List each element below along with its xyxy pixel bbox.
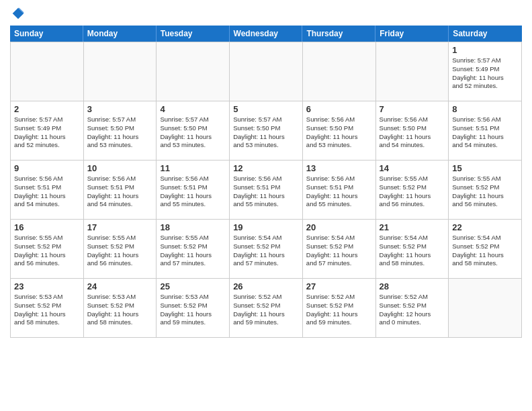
header — [10, 7, 522, 20]
weekday-header-sunday: Sunday — [10, 26, 83, 42]
day-number: 28 — [380, 281, 445, 291]
cal-cell: 3Sunrise: 5:57 AM Sunset: 5:50 PM Daylig… — [84, 101, 157, 161]
day-number: 17 — [87, 222, 153, 232]
cal-cell — [376, 42, 449, 101]
cal-cell: 25Sunrise: 5:53 AM Sunset: 5:52 PM Dayli… — [157, 279, 230, 338]
cal-cell: 26Sunrise: 5:52 AM Sunset: 5:52 PM Dayli… — [230, 279, 303, 338]
day-number: 4 — [160, 104, 226, 114]
weekday-header-tuesday: Tuesday — [157, 26, 230, 42]
day-info: Sunrise: 5:55 AM Sunset: 5:52 PM Dayligh… — [452, 175, 518, 209]
day-info: Sunrise: 5:54 AM Sunset: 5:52 PM Dayligh… — [306, 234, 372, 268]
cal-cell: 2Sunrise: 5:57 AM Sunset: 5:49 PM Daylig… — [11, 101, 84, 161]
day-info: Sunrise: 5:57 AM Sunset: 5:50 PM Dayligh… — [87, 116, 153, 150]
day-number: 5 — [233, 104, 299, 114]
day-number: 6 — [306, 104, 372, 114]
cal-cell: 13Sunrise: 5:56 AM Sunset: 5:51 PM Dayli… — [303, 161, 376, 220]
day-number: 27 — [306, 281, 372, 291]
logo-icon — [11, 7, 25, 20]
day-info: Sunrise: 5:56 AM Sunset: 5:51 PM Dayligh… — [452, 116, 518, 150]
day-number: 22 — [452, 222, 518, 232]
cal-cell: 20Sunrise: 5:54 AM Sunset: 5:52 PM Dayli… — [303, 220, 376, 279]
day-number: 11 — [160, 163, 226, 173]
day-info: Sunrise: 5:57 AM Sunset: 5:49 PM Dayligh… — [452, 56, 518, 91]
cal-cell — [157, 42, 230, 101]
day-number: 7 — [380, 104, 445, 114]
day-info: Sunrise: 5:52 AM Sunset: 5:52 PM Dayligh… — [380, 293, 445, 327]
cal-cell — [449, 279, 522, 338]
day-info: Sunrise: 5:56 AM Sunset: 5:51 PM Dayligh… — [160, 175, 226, 209]
cal-cell: 6Sunrise: 5:56 AM Sunset: 5:50 PM Daylig… — [303, 101, 376, 161]
day-number: 2 — [14, 104, 80, 114]
day-number: 10 — [87, 163, 153, 173]
day-number: 24 — [87, 281, 153, 291]
cal-cell: 11Sunrise: 5:56 AM Sunset: 5:51 PM Dayli… — [157, 161, 230, 220]
day-info: Sunrise: 5:56 AM Sunset: 5:51 PM Dayligh… — [233, 175, 299, 209]
cal-cell: 14Sunrise: 5:55 AM Sunset: 5:52 PM Dayli… — [376, 161, 449, 220]
cal-cell — [11, 42, 84, 101]
cal-cell: 17Sunrise: 5:55 AM Sunset: 5:52 PM Dayli… — [84, 220, 157, 279]
svg-marker-0 — [13, 8, 24, 19]
day-info: Sunrise: 5:56 AM Sunset: 5:51 PM Dayligh… — [14, 175, 80, 209]
day-number: 8 — [452, 104, 518, 114]
cal-cell: 15Sunrise: 5:55 AM Sunset: 5:52 PM Dayli… — [449, 161, 522, 220]
cal-cell: 5Sunrise: 5:57 AM Sunset: 5:50 PM Daylig… — [230, 101, 303, 161]
day-info: Sunrise: 5:54 AM Sunset: 5:52 PM Dayligh… — [452, 234, 518, 268]
cal-cell: 4Sunrise: 5:57 AM Sunset: 5:50 PM Daylig… — [157, 101, 230, 161]
day-info: Sunrise: 5:57 AM Sunset: 5:49 PM Dayligh… — [14, 116, 80, 150]
cal-cell: 9Sunrise: 5:56 AM Sunset: 5:51 PM Daylig… — [11, 161, 84, 220]
cal-cell: 24Sunrise: 5:53 AM Sunset: 5:52 PM Dayli… — [84, 279, 157, 338]
day-number: 14 — [380, 163, 445, 173]
day-info: Sunrise: 5:56 AM Sunset: 5:50 PM Dayligh… — [306, 116, 372, 150]
cal-cell: 19Sunrise: 5:54 AM Sunset: 5:52 PM Dayli… — [230, 220, 303, 279]
cal-cell: 10Sunrise: 5:56 AM Sunset: 5:51 PM Dayli… — [84, 161, 157, 220]
cal-cell: 22Sunrise: 5:54 AM Sunset: 5:52 PM Dayli… — [449, 220, 522, 279]
day-number: 13 — [306, 163, 372, 173]
cal-cell: 8Sunrise: 5:56 AM Sunset: 5:51 PM Daylig… — [449, 101, 522, 161]
weekday-header-saturday: Saturday — [449, 26, 522, 42]
day-info: Sunrise: 5:54 AM Sunset: 5:52 PM Dayligh… — [233, 234, 299, 268]
cal-cell: 28Sunrise: 5:52 AM Sunset: 5:52 PM Dayli… — [376, 279, 449, 338]
cal-cell: 1Sunrise: 5:57 AM Sunset: 5:49 PM Daylig… — [449, 42, 522, 101]
calendar-header: SundayMondayTuesdayWednesdayThursdayFrid… — [10, 26, 522, 42]
day-info: Sunrise: 5:53 AM Sunset: 5:52 PM Dayligh… — [14, 293, 80, 327]
day-info: Sunrise: 5:52 AM Sunset: 5:52 PM Dayligh… — [306, 293, 372, 327]
cal-cell: 12Sunrise: 5:56 AM Sunset: 5:51 PM Dayli… — [230, 161, 303, 220]
day-info: Sunrise: 5:53 AM Sunset: 5:52 PM Dayligh… — [87, 293, 153, 327]
day-number: 23 — [14, 281, 80, 291]
cal-cell: 21Sunrise: 5:54 AM Sunset: 5:52 PM Dayli… — [376, 220, 449, 279]
day-info: Sunrise: 5:54 AM Sunset: 5:52 PM Dayligh… — [380, 234, 445, 268]
day-info: Sunrise: 5:56 AM Sunset: 5:51 PM Dayligh… — [87, 175, 153, 209]
cal-cell: 23Sunrise: 5:53 AM Sunset: 5:52 PM Dayli… — [11, 279, 84, 338]
day-info: Sunrise: 5:56 AM Sunset: 5:51 PM Dayligh… — [306, 175, 372, 209]
day-info: Sunrise: 5:57 AM Sunset: 5:50 PM Dayligh… — [233, 116, 299, 150]
cal-cell: 16Sunrise: 5:55 AM Sunset: 5:52 PM Dayli… — [11, 220, 84, 279]
day-number: 1 — [452, 45, 518, 55]
day-info: Sunrise: 5:53 AM Sunset: 5:52 PM Dayligh… — [160, 293, 226, 327]
cal-cell: 7Sunrise: 5:56 AM Sunset: 5:50 PM Daylig… — [376, 101, 449, 161]
day-number: 9 — [14, 163, 80, 173]
day-info: Sunrise: 5:55 AM Sunset: 5:52 PM Dayligh… — [14, 234, 80, 268]
day-number: 3 — [87, 104, 153, 114]
day-number: 26 — [233, 281, 299, 291]
day-number: 20 — [306, 222, 372, 232]
weekday-header-wednesday: Wednesday — [230, 26, 303, 42]
weekday-header-friday: Friday — [375, 26, 449, 42]
day-number: 12 — [233, 163, 299, 173]
day-number: 25 — [160, 281, 226, 291]
day-info: Sunrise: 5:55 AM Sunset: 5:52 PM Dayligh… — [87, 234, 153, 268]
day-info: Sunrise: 5:52 AM Sunset: 5:52 PM Dayligh… — [233, 293, 299, 327]
cal-cell: 27Sunrise: 5:52 AM Sunset: 5:52 PM Dayli… — [303, 279, 376, 338]
cal-cell — [303, 42, 376, 101]
day-number: 16 — [14, 222, 80, 232]
day-info: Sunrise: 5:55 AM Sunset: 5:52 PM Dayligh… — [160, 234, 226, 268]
cal-cell — [84, 42, 157, 101]
page: SundayMondayTuesdayWednesdayThursdayFrid… — [0, 0, 532, 411]
day-info: Sunrise: 5:56 AM Sunset: 5:50 PM Dayligh… — [380, 116, 445, 150]
weekday-header-thursday: Thursday — [302, 26, 375, 42]
cal-cell — [230, 42, 303, 101]
logo — [10, 7, 25, 20]
day-number: 21 — [380, 222, 445, 232]
day-number: 15 — [452, 163, 518, 173]
day-info: Sunrise: 5:55 AM Sunset: 5:52 PM Dayligh… — [380, 175, 445, 209]
calendar-body: 1Sunrise: 5:57 AM Sunset: 5:49 PM Daylig… — [10, 42, 522, 338]
